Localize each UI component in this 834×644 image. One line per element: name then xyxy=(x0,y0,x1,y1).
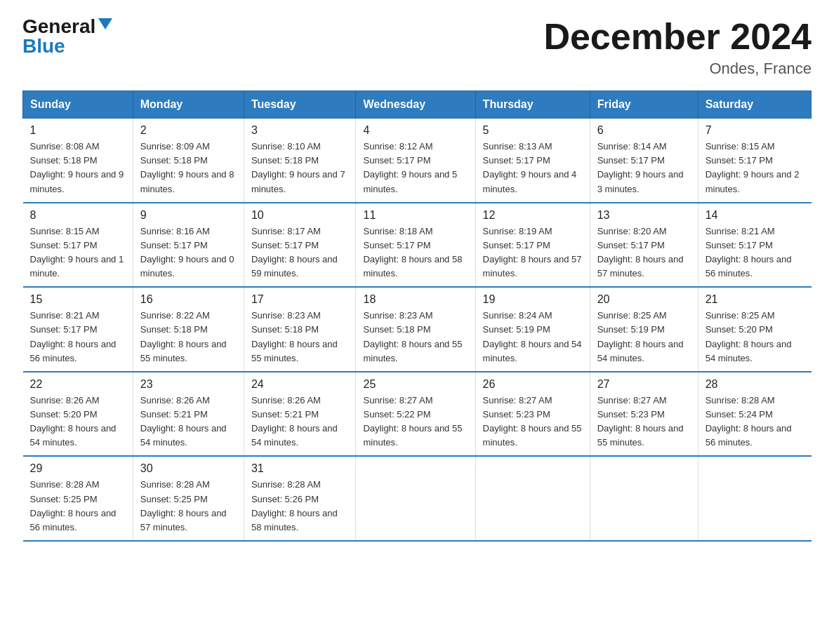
day-number: 15 xyxy=(30,293,126,306)
calendar-cell xyxy=(698,456,811,541)
calendar-cell: 27 Sunrise: 8:27 AMSunset: 5:23 PMDaylig… xyxy=(590,372,698,457)
day-number: 11 xyxy=(363,209,468,222)
calendar-cell: 2 Sunrise: 8:09 AMSunset: 5:18 PMDayligh… xyxy=(133,119,244,203)
calendar-cell: 8 Sunrise: 8:15 AMSunset: 5:17 PMDayligh… xyxy=(23,203,133,288)
day-number: 2 xyxy=(140,124,237,137)
day-number: 22 xyxy=(30,378,126,391)
day-info: Sunrise: 8:28 AMSunset: 5:24 PMDaylight:… xyxy=(706,394,805,450)
day-number: 5 xyxy=(483,124,583,137)
calendar-cell xyxy=(356,456,475,541)
day-info: Sunrise: 8:26 AMSunset: 5:20 PMDaylight:… xyxy=(30,394,126,450)
day-info: Sunrise: 8:15 AMSunset: 5:17 PMDaylight:… xyxy=(30,224,126,281)
calendar-cell: 31 Sunrise: 8:28 AMSunset: 5:26 PMDaylig… xyxy=(244,456,356,541)
day-number: 24 xyxy=(251,378,349,391)
calendar-week-row: 15 Sunrise: 8:21 AMSunset: 5:17 PMDaylig… xyxy=(23,287,812,372)
calendar-cell: 10 Sunrise: 8:17 AMSunset: 5:17 PMDaylig… xyxy=(244,203,356,288)
day-info: Sunrise: 8:13 AMSunset: 5:17 PMDaylight:… xyxy=(483,140,583,196)
day-info: Sunrise: 8:28 AMSunset: 5:25 PMDaylight:… xyxy=(30,478,126,535)
day-number: 20 xyxy=(597,293,691,306)
calendar-cell: 30 Sunrise: 8:28 AMSunset: 5:25 PMDaylig… xyxy=(133,456,244,541)
column-header-tuesday: Tuesday xyxy=(244,91,356,119)
header-right: December 2024 Ondes, France xyxy=(543,17,812,78)
day-info: Sunrise: 8:21 AMSunset: 5:17 PMDaylight:… xyxy=(30,309,126,365)
day-info: Sunrise: 8:16 AMSunset: 5:17 PMDaylight:… xyxy=(140,224,237,281)
calendar-cell: 16 Sunrise: 8:22 AMSunset: 5:18 PMDaylig… xyxy=(133,287,244,372)
calendar-week-row: 22 Sunrise: 8:26 AMSunset: 5:20 PMDaylig… xyxy=(23,372,812,457)
calendar-cell: 3 Sunrise: 8:10 AMSunset: 5:18 PMDayligh… xyxy=(244,119,356,203)
day-info: Sunrise: 8:26 AMSunset: 5:21 PMDaylight:… xyxy=(140,394,237,450)
day-number: 29 xyxy=(30,462,126,475)
calendar-cell: 6 Sunrise: 8:14 AMSunset: 5:17 PMDayligh… xyxy=(590,119,698,203)
calendar-cell: 15 Sunrise: 8:21 AMSunset: 5:17 PMDaylig… xyxy=(23,287,133,372)
day-info: Sunrise: 8:08 AMSunset: 5:18 PMDaylight:… xyxy=(30,140,126,196)
day-info: Sunrise: 8:20 AMSunset: 5:17 PMDaylight:… xyxy=(597,224,691,281)
calendar-week-row: 29 Sunrise: 8:28 AMSunset: 5:25 PMDaylig… xyxy=(23,456,812,541)
calendar-cell: 7 Sunrise: 8:15 AMSunset: 5:17 PMDayligh… xyxy=(698,119,811,203)
calendar-cell xyxy=(590,456,698,541)
calendar-week-row: 1 Sunrise: 8:08 AMSunset: 5:18 PMDayligh… xyxy=(23,119,812,203)
calendar-cell: 4 Sunrise: 8:12 AMSunset: 5:17 PMDayligh… xyxy=(356,119,475,203)
logo-blue-text: Blue xyxy=(22,35,65,57)
day-number: 21 xyxy=(706,293,805,306)
calendar-cell: 17 Sunrise: 8:23 AMSunset: 5:18 PMDaylig… xyxy=(244,287,356,372)
day-info: Sunrise: 8:22 AMSunset: 5:18 PMDaylight:… xyxy=(140,309,237,365)
page-header: General Blue December 2024 Ondes, France xyxy=(22,17,812,78)
day-number: 8 xyxy=(30,209,126,222)
day-number: 3 xyxy=(251,124,349,137)
column-header-sunday: Sunday xyxy=(23,91,133,119)
day-info: Sunrise: 8:25 AMSunset: 5:19 PMDaylight:… xyxy=(597,309,691,365)
logo-general-text: General xyxy=(22,17,95,36)
calendar-cell: 28 Sunrise: 8:28 AMSunset: 5:24 PMDaylig… xyxy=(698,372,811,457)
calendar-cell: 18 Sunrise: 8:23 AMSunset: 5:18 PMDaylig… xyxy=(356,287,475,372)
day-number: 6 xyxy=(597,124,691,137)
column-header-monday: Monday xyxy=(133,91,244,119)
calendar-cell: 22 Sunrise: 8:26 AMSunset: 5:20 PMDaylig… xyxy=(23,372,133,457)
calendar-cell: 21 Sunrise: 8:25 AMSunset: 5:20 PMDaylig… xyxy=(698,287,811,372)
day-number: 14 xyxy=(706,209,805,222)
day-info: Sunrise: 8:18 AMSunset: 5:17 PMDaylight:… xyxy=(363,224,468,281)
day-info: Sunrise: 8:24 AMSunset: 5:19 PMDaylight:… xyxy=(483,309,583,365)
calendar-cell: 11 Sunrise: 8:18 AMSunset: 5:17 PMDaylig… xyxy=(356,203,475,288)
day-info: Sunrise: 8:21 AMSunset: 5:17 PMDaylight:… xyxy=(706,224,805,281)
calendar-cell: 5 Sunrise: 8:13 AMSunset: 5:17 PMDayligh… xyxy=(475,119,590,203)
day-info: Sunrise: 8:28 AMSunset: 5:26 PMDaylight:… xyxy=(251,478,349,535)
day-info: Sunrise: 8:27 AMSunset: 5:23 PMDaylight:… xyxy=(483,394,583,450)
day-info: Sunrise: 8:10 AMSunset: 5:18 PMDaylight:… xyxy=(251,140,349,196)
column-header-friday: Friday xyxy=(590,91,698,119)
day-info: Sunrise: 8:25 AMSunset: 5:20 PMDaylight:… xyxy=(706,309,805,365)
day-number: 16 xyxy=(140,293,237,306)
calendar-cell: 26 Sunrise: 8:27 AMSunset: 5:23 PMDaylig… xyxy=(475,372,590,457)
column-header-saturday: Saturday xyxy=(698,91,811,119)
logo-triangle-icon xyxy=(98,18,112,29)
day-number: 13 xyxy=(597,209,691,222)
day-number: 27 xyxy=(597,378,691,391)
day-number: 26 xyxy=(483,378,583,391)
day-info: Sunrise: 8:14 AMSunset: 5:17 PMDaylight:… xyxy=(597,140,691,196)
day-info: Sunrise: 8:17 AMSunset: 5:17 PMDaylight:… xyxy=(251,224,349,281)
calendar-cell: 9 Sunrise: 8:16 AMSunset: 5:17 PMDayligh… xyxy=(133,203,244,288)
day-number: 28 xyxy=(706,378,805,391)
month-title: December 2024 xyxy=(543,17,812,57)
day-number: 9 xyxy=(140,209,237,222)
day-number: 31 xyxy=(251,462,349,475)
calendar-cell: 25 Sunrise: 8:27 AMSunset: 5:22 PMDaylig… xyxy=(356,372,475,457)
day-number: 25 xyxy=(363,378,468,391)
calendar-cell: 23 Sunrise: 8:26 AMSunset: 5:21 PMDaylig… xyxy=(133,372,244,457)
day-number: 10 xyxy=(251,209,349,222)
day-info: Sunrise: 8:15 AMSunset: 5:17 PMDaylight:… xyxy=(706,140,805,196)
logo: General Blue xyxy=(22,17,112,56)
calendar-cell: 12 Sunrise: 8:19 AMSunset: 5:17 PMDaylig… xyxy=(475,203,590,288)
calendar-header-row: SundayMondayTuesdayWednesdayThursdayFrid… xyxy=(23,91,812,119)
day-info: Sunrise: 8:27 AMSunset: 5:23 PMDaylight:… xyxy=(597,394,691,450)
day-info: Sunrise: 8:23 AMSunset: 5:18 PMDaylight:… xyxy=(363,309,468,365)
day-info: Sunrise: 8:23 AMSunset: 5:18 PMDaylight:… xyxy=(251,309,349,365)
day-info: Sunrise: 8:19 AMSunset: 5:17 PMDaylight:… xyxy=(483,224,583,281)
day-number: 18 xyxy=(363,293,468,306)
day-info: Sunrise: 8:28 AMSunset: 5:25 PMDaylight:… xyxy=(140,478,237,535)
day-number: 1 xyxy=(30,124,126,137)
day-number: 12 xyxy=(483,209,583,222)
calendar-cell: 19 Sunrise: 8:24 AMSunset: 5:19 PMDaylig… xyxy=(475,287,590,372)
calendar-cell: 14 Sunrise: 8:21 AMSunset: 5:17 PMDaylig… xyxy=(698,203,811,288)
day-number: 7 xyxy=(706,124,805,137)
day-number: 4 xyxy=(363,124,468,137)
